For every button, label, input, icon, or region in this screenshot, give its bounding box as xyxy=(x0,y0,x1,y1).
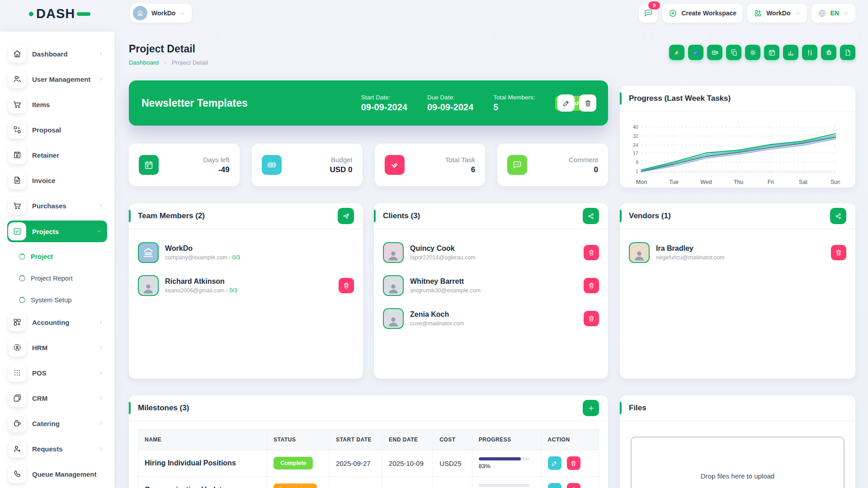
files-card: Files Drop files here to upload xyxy=(620,395,855,488)
trash-icon xyxy=(588,315,595,322)
sidebar-subitem[interactable]: Project Report xyxy=(19,268,107,288)
toolbar-icon-button[interactable] xyxy=(688,45,703,60)
globe-icon xyxy=(818,9,826,18)
pencil-icon xyxy=(562,99,570,107)
share-clients-button[interactable] xyxy=(583,208,599,224)
delete-client-button[interactable] xyxy=(584,278,599,293)
card-title: Team Members (2) xyxy=(138,211,205,221)
toolbar-icon-button[interactable] xyxy=(802,45,817,60)
sidebar-item-label: Accounting xyxy=(32,319,70,326)
sidebar-item[interactable]: Queue Management xyxy=(7,464,107,484)
toolbar-icon-button[interactable] xyxy=(726,45,741,60)
delete-client-button[interactable] xyxy=(584,311,599,326)
milestone-progress: 83% xyxy=(472,450,541,477)
workspace-selector[interactable]: WorkDo xyxy=(130,4,192,23)
toolbar-icon-button[interactable] xyxy=(821,45,836,60)
sidebar-item-label: Invoice xyxy=(32,177,56,184)
avatar xyxy=(383,242,404,263)
toolbar-icon-button[interactable] xyxy=(669,45,684,60)
delete-member-button[interactable] xyxy=(339,278,354,293)
delete-milestone-button[interactable] xyxy=(567,483,580,488)
svg-text:Sat: Sat xyxy=(799,179,807,185)
stat-icon xyxy=(139,155,159,175)
stat-label: Comment xyxy=(569,156,598,164)
vendor-email: negefuricu@mailinator.com xyxy=(656,254,725,261)
send-icon xyxy=(342,212,350,220)
sidebar-item[interactable]: Retainer xyxy=(7,145,107,165)
trash-icon xyxy=(835,249,842,256)
client-email: cuve@mailinator.com xyxy=(410,320,464,327)
breadcrumb-dashboard-link[interactable]: Dashboard xyxy=(129,59,159,66)
sidebar-subitem[interactable]: Project xyxy=(19,247,107,267)
sidebar-subitem[interactable]: System Setup xyxy=(19,290,107,310)
delete-client-button[interactable] xyxy=(584,245,599,260)
toolbar-icon-button[interactable] xyxy=(745,45,760,60)
calendar-icon xyxy=(768,49,776,56)
delete-milestone-button[interactable] xyxy=(567,456,580,470)
chat-icon xyxy=(644,9,653,18)
sidebar-item-icon xyxy=(8,197,26,215)
sidebar-item-icon xyxy=(8,364,26,382)
client-name: Zenia Koch xyxy=(410,310,464,319)
sidebar-item[interactable]: Accounting xyxy=(7,312,107,333)
messages-button[interactable]: 0 xyxy=(639,4,658,23)
delete-project-button[interactable] xyxy=(579,94,596,112)
sidebar-subitem-label: Project xyxy=(31,253,53,260)
stat-icon xyxy=(385,155,405,175)
share-vendors-button[interactable] xyxy=(830,208,846,224)
edit-milestone-button[interactable] xyxy=(548,483,561,488)
sidebar-item[interactable]: User Management xyxy=(7,69,107,89)
stat-card: Comment 0 xyxy=(497,144,608,186)
breadcrumb: Dashboard Project Detail xyxy=(129,59,208,66)
language-selector[interactable]: EN xyxy=(811,4,855,23)
check-square-icon xyxy=(13,227,22,236)
stat-value: USD 0 xyxy=(330,165,352,174)
sidebar-item[interactable]: POS xyxy=(7,362,107,383)
sidebar-item[interactable]: HRM xyxy=(7,337,107,358)
copy-icon xyxy=(730,49,738,56)
sidebar-item[interactable]: CRM xyxy=(7,388,107,408)
bullet-icon xyxy=(19,297,25,303)
sidebar-item-projects[interactable]: Projects xyxy=(7,221,107,242)
create-workspace-button[interactable]: Create Workspace xyxy=(662,4,743,23)
integration-toolbar xyxy=(669,45,855,60)
sidebar-item[interactable]: Catering xyxy=(7,413,107,434)
invite-member-button[interactable] xyxy=(338,208,354,224)
toolbar-icon-button[interactable] xyxy=(764,45,779,60)
column-header: PROGRESS xyxy=(472,430,541,450)
sidebar-item[interactable]: Requests xyxy=(7,438,107,459)
stat-value: 6 xyxy=(445,165,475,174)
sidebar-item[interactable]: Invoice xyxy=(7,170,107,191)
workdo-menu-button[interactable]: WorkDo xyxy=(747,4,807,23)
card-title: Vendors (1) xyxy=(629,211,671,221)
table-header-row: NAMESTATUSSTART DATEEND DATECOSTPROGRESS… xyxy=(138,430,599,450)
toolbar-icon-button[interactable] xyxy=(840,45,855,60)
client-name: Whitney Barrett xyxy=(410,277,481,286)
card-title: Progress (Last Week Tasks) xyxy=(629,94,731,103)
sidebar-item-label: HRM xyxy=(32,344,47,352)
app-logo[interactable]: DASH xyxy=(29,6,90,21)
svg-text:17: 17 xyxy=(633,150,638,156)
sidebar-item[interactable]: Purchases xyxy=(7,195,107,216)
toolbar-icon-button[interactable] xyxy=(783,45,798,60)
avatar xyxy=(383,308,404,329)
messages-badge: 0 xyxy=(648,1,660,9)
edit-milestone-button[interactable] xyxy=(548,456,561,470)
dashboard-page: DASH WorkDo 0 Create Workspace WorkDo xyxy=(0,0,868,488)
top-navbar: DASH WorkDo 0 Create Workspace WorkDo xyxy=(0,0,868,26)
toolbar-icon-button[interactable] xyxy=(707,45,722,60)
sidebar-item[interactable]: Dashboard xyxy=(7,43,107,64)
edit-project-button[interactable] xyxy=(557,94,575,112)
progress-bar xyxy=(479,457,529,460)
add-milestone-button[interactable] xyxy=(583,400,599,416)
avatar xyxy=(383,275,404,296)
delete-vendor-button[interactable] xyxy=(831,245,846,260)
chevron-right-icon xyxy=(98,395,104,401)
sidebar-item[interactable]: Items xyxy=(7,94,107,115)
plus-icon xyxy=(587,404,595,412)
file-dropzone[interactable]: Drop files here to upload xyxy=(631,436,844,488)
milestone-status-badge: Complete xyxy=(274,457,313,469)
sidebar-item[interactable]: Proposal xyxy=(7,119,107,140)
sidebar-item-icon xyxy=(8,389,26,407)
vendor-row: Ira Bradley negefuricu@mailinator.com xyxy=(629,239,846,266)
